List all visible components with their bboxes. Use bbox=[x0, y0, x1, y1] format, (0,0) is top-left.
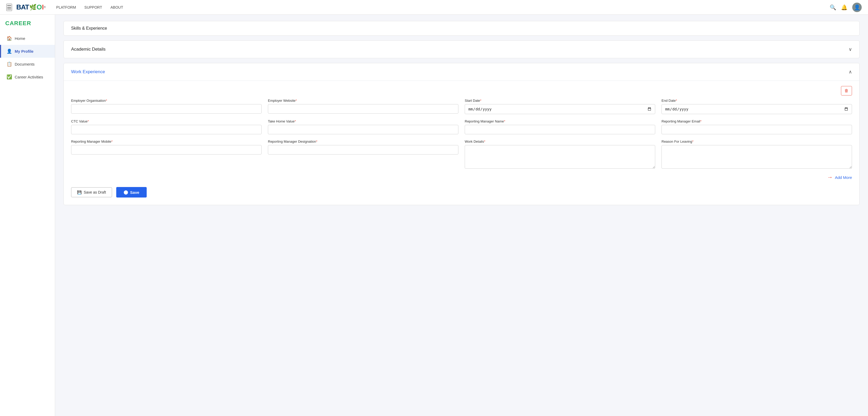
ctc-value-label: CTC Value* bbox=[71, 119, 261, 123]
search-icon[interactable]: 🔍 bbox=[830, 4, 836, 10]
app-body: CAREER 🏠 Home 👤 My Profile 📋 Documents ✅… bbox=[0, 15, 868, 416]
form-row-3: Reporting Manager Mobile* Reporting Mana… bbox=[71, 139, 852, 169]
trash-icon: 🗑 bbox=[844, 88, 848, 93]
leaf-icon: 🌿 bbox=[29, 4, 36, 11]
start-date-input[interactable] bbox=[465, 104, 655, 114]
work-experience-body: 🗑 Employer Organisation* Employer Websit… bbox=[64, 81, 859, 205]
add-more-button[interactable]: Add More bbox=[835, 175, 852, 180]
work-details-label: Work Details* bbox=[465, 139, 655, 143]
logo-bat: BAT bbox=[16, 3, 29, 11]
save-icon: ⬤ bbox=[124, 190, 128, 195]
employer-org-group: Employer Organisation* bbox=[71, 99, 261, 114]
support-link[interactable]: SUPPORT bbox=[85, 5, 102, 9]
reporting-manager-designation-input[interactable] bbox=[268, 145, 458, 155]
reporting-manager-mobile-label: Reporting Manager Mobile* bbox=[71, 139, 261, 143]
academic-chevron-down: ∨ bbox=[848, 46, 852, 52]
topnav-links: PLATFORM SUPPORT ABOUT bbox=[56, 5, 830, 9]
employer-org-input[interactable] bbox=[71, 104, 261, 114]
sidebar-item-career-activities[interactable]: ✅ Career Activities bbox=[0, 70, 55, 84]
ctc-value-group: CTC Value* bbox=[71, 119, 261, 134]
academic-details-section: Academic Details ∨ bbox=[63, 40, 860, 58]
reporting-manager-name-label: Reporting Manager Name* bbox=[465, 119, 655, 123]
save-draft-label: Save as Draft bbox=[84, 190, 106, 194]
documents-icon: 📋 bbox=[6, 61, 12, 67]
sidebar-item-myprofile[interactable]: 👤 My Profile bbox=[0, 45, 55, 58]
add-more-arrow-icon: → bbox=[827, 174, 833, 181]
main-content: Skills & Experience Academic Details ∨ W… bbox=[55, 15, 868, 416]
take-home-group: Take Home Value* bbox=[268, 119, 458, 134]
about-link[interactable]: ABOUT bbox=[111, 5, 123, 9]
home-icon: 🏠 bbox=[6, 36, 12, 41]
save-draft-button[interactable]: 💾 Save as Draft bbox=[71, 187, 112, 197]
work-experience-title: Work Experience bbox=[71, 69, 105, 74]
reporting-manager-mobile-group: Reporting Manager Mobile* bbox=[71, 139, 261, 169]
reason-leaving-group: Reason For Leaving* bbox=[661, 139, 852, 169]
work-experience-header[interactable]: Work Experience ∧ bbox=[64, 63, 859, 81]
employer-website-label: Employer Website* bbox=[268, 99, 458, 102]
draft-icon: 💾 bbox=[77, 190, 82, 194]
logo-o: O bbox=[37, 3, 42, 11]
platform-link[interactable]: PLATFORM bbox=[56, 5, 76, 9]
delete-row: 🗑 bbox=[71, 86, 852, 95]
add-more-row: → Add More bbox=[71, 174, 852, 181]
profile-icon: 👤 bbox=[6, 49, 12, 54]
sidebar-item-documents-label: Documents bbox=[15, 62, 35, 66]
ctc-value-input[interactable] bbox=[71, 125, 261, 134]
employer-org-label: Employer Organisation* bbox=[71, 99, 261, 102]
employer-website-group: Employer Website* bbox=[268, 99, 458, 114]
sidebar-item-myprofile-label: My Profile bbox=[15, 49, 34, 54]
form-row-2: CTC Value* Take Home Value* Reporting Ma… bbox=[71, 119, 852, 134]
work-experience-chevron-up: ∧ bbox=[848, 69, 852, 75]
sidebar-item-home[interactable]: 🏠 Home bbox=[0, 32, 55, 45]
take-home-label: Take Home Value* bbox=[268, 119, 458, 123]
avatar[interactable]: 👤 bbox=[852, 3, 862, 12]
logo-registered: ® bbox=[44, 6, 45, 9]
work-experience-section: Work Experience ∧ 🗑 Employer Organisatio… bbox=[63, 63, 860, 205]
menu-icon[interactable]: ☰ bbox=[6, 4, 12, 11]
sidebar-item-documents[interactable]: 📋 Documents bbox=[0, 58, 55, 70]
academic-details-header[interactable]: Academic Details ∨ bbox=[64, 41, 859, 58]
reporting-manager-mobile-input[interactable] bbox=[71, 145, 261, 155]
start-date-label: Start Date* bbox=[465, 99, 655, 102]
reporting-manager-name-input[interactable] bbox=[465, 125, 655, 134]
work-details-textarea[interactable] bbox=[465, 145, 655, 169]
skills-section-title: Skills & Experience bbox=[71, 26, 107, 30]
start-date-group: Start Date* bbox=[465, 99, 655, 114]
reporting-manager-designation-group: Reporting Manager Designation* bbox=[268, 139, 458, 169]
skills-section-partial: Skills & Experience bbox=[63, 21, 860, 36]
form-footer: 💾 Save as Draft ⬤ Save bbox=[71, 185, 852, 197]
save-label: Save bbox=[130, 190, 139, 195]
bell-icon[interactable]: 🔔 bbox=[841, 4, 847, 10]
topnav: ☰ BAT🌿OI® PLATFORM SUPPORT ABOUT 🔍 🔔 👤 bbox=[0, 0, 868, 15]
work-details-group: Work Details* bbox=[465, 139, 655, 169]
reason-leaving-label: Reason For Leaving* bbox=[661, 139, 852, 143]
end-date-input[interactable] bbox=[661, 104, 852, 114]
reporting-manager-email-input[interactable] bbox=[661, 125, 852, 134]
topnav-right: 🔍 🔔 👤 bbox=[830, 3, 862, 12]
reporting-manager-name-group: Reporting Manager Name* bbox=[465, 119, 655, 134]
sidebar-brand: CAREER bbox=[0, 20, 55, 32]
end-date-group: End Date* bbox=[661, 99, 852, 114]
logo-i: I bbox=[42, 3, 44, 11]
form-row-1: Employer Organisation* Employer Website*… bbox=[71, 99, 852, 114]
logo: BAT🌿OI® bbox=[16, 3, 45, 11]
take-home-input[interactable] bbox=[268, 125, 458, 134]
sidebar-item-home-label: Home bbox=[15, 36, 25, 41]
academic-details-title: Academic Details bbox=[71, 47, 105, 52]
employer-website-input[interactable] bbox=[268, 104, 458, 114]
save-button[interactable]: ⬤ Save bbox=[116, 187, 147, 197]
sidebar-item-career-activities-label: Career Activities bbox=[15, 75, 43, 79]
end-date-label: End Date* bbox=[661, 99, 852, 102]
reporting-manager-designation-label: Reporting Manager Designation* bbox=[268, 139, 458, 143]
delete-entry-button[interactable]: 🗑 bbox=[841, 86, 852, 95]
reason-leaving-textarea[interactable] bbox=[661, 145, 852, 169]
sidebar: CAREER 🏠 Home 👤 My Profile 📋 Documents ✅… bbox=[0, 15, 55, 416]
reporting-manager-email-group: Reporting Manager Email* bbox=[661, 119, 852, 134]
career-activities-icon: ✅ bbox=[6, 74, 12, 80]
reporting-manager-email-label: Reporting Manager Email* bbox=[661, 119, 852, 123]
